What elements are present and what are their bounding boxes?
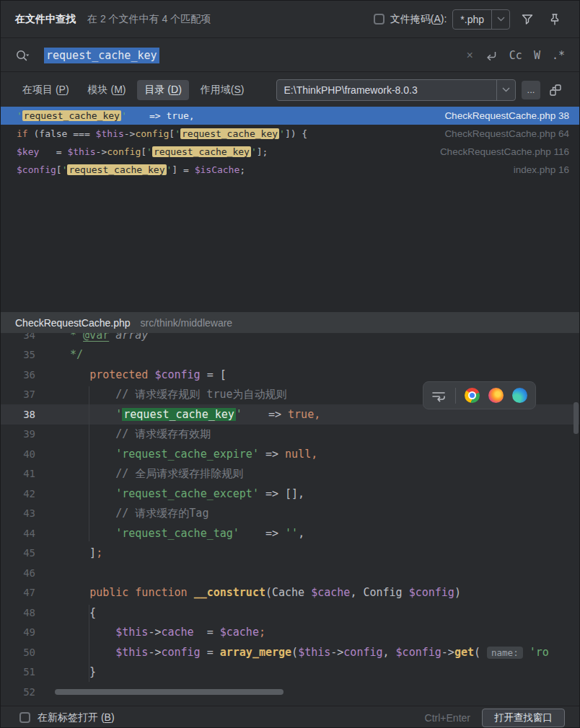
project-structure-icon[interactable] [546,81,565,99]
code-line[interactable]: 34 * @var array [1,333,579,345]
code-segment: => true, [127,110,195,121]
code-segment: ' [146,146,152,157]
words-toggle[interactable]: W [534,49,540,62]
newline-icon[interactable] [485,50,498,61]
file-mask-checkbox[interactable] [374,14,385,25]
code-segment: // 全局请求缓存排除规则 [115,467,243,480]
preview-file-name: CheckRequestCache.php [15,317,131,329]
tab-scope[interactable]: 作用域(S) [193,80,252,100]
filter-icon[interactable] [517,9,537,30]
file-mask-combo[interactable]: *.php [452,9,510,30]
code-line[interactable]: 48 { [1,603,579,623]
chrome-icon[interactable] [465,388,480,403]
code-segment: -> [96,146,107,157]
code-segment [63,368,89,381]
code-segment: [ [141,146,146,157]
line-text: // 全局请求缓存排除规则 [35,467,579,481]
result-row[interactable]: $config['request_cache_key'] = $isCache;… [1,161,579,179]
match-highlight: request_cache_key [122,408,236,421]
code-segment: [ [169,128,175,139]
code-line[interactable]: 43 // 请求缓存的Tag [1,504,579,524]
code-segment [63,626,115,639]
regex-toggle[interactable]: .* [552,49,565,62]
result-file-ref: CheckRequestCache.php 38 [444,110,569,121]
code-segment: => [259,448,285,461]
code-line[interactable]: 51 } [1,662,579,683]
directory-combo[interactable]: E:\ThinkPHP\framework-8.0.3 [276,79,516,101]
result-code: if (false === $this->config['request_cac… [17,128,436,139]
code-segment: => [240,527,285,540]
line-number: 51 [1,666,35,678]
code-segment: array [115,333,148,342]
code-segment: , Config [350,586,408,599]
code-line[interactable]: 46 [1,563,579,583]
code-segment: ]) { [285,128,307,139]
result-row[interactable]: if (false === $this->config['request_cac… [1,125,579,143]
line-number: 37 [1,389,35,400]
line-number: 47 [1,587,35,598]
open-in-new-tab-checkbox[interactable] [19,712,30,723]
code-segment: { [63,606,96,619]
code-segment: name: [487,647,523,659]
code-line[interactable]: 44 'request_cache_tag' => '', [1,523,579,543]
firefox-icon[interactable] [488,388,504,403]
results-list: 'request_cache_key' => true,CheckRequest… [1,107,579,312]
edge-icon[interactable] [512,388,527,403]
code-segment [63,427,115,440]
tab-directory[interactable]: 目录 (D) [137,80,188,100]
result-code: $key = $this->config['request_cache_key'… [17,146,431,157]
line-text: 'request_cache_key' => true, [35,408,579,421]
toolbar-separator [455,388,456,404]
directory-path: E:\ThinkPHP\framework-8.0.3 [277,84,496,96]
code-segment: $config [17,164,56,175]
search-input[interactable]: request_cache_key [44,48,159,63]
line-text: // 请求缓存有效期 [35,427,579,441]
code-segment: = [194,626,220,639]
result-row[interactable]: $key = $this->config['request_cache_key'… [1,143,579,161]
code-segment: array_merge [220,646,291,659]
line-text: 'request_cache_tag' => '', [35,527,579,540]
code-segment: ; [259,626,265,639]
code-editor[interactable]: 34 * @var array35 */36 protected $config… [1,333,579,706]
vertical-scrollbar[interactable] [574,402,579,434]
chevron-down-icon[interactable] [492,17,509,22]
soft-wrap-icon[interactable] [431,389,447,403]
match-highlight: request_cache_key [67,164,166,175]
code-segment: config [343,646,382,659]
tab-in-project[interactable]: 在项目 (P) [15,80,76,100]
clear-search-icon[interactable]: × [467,49,473,62]
tab-module[interactable]: 模块 (M) [81,80,133,100]
code-line[interactable]: 41 // 全局请求缓存排除规则 [1,464,579,484]
result-row[interactable]: 'request_cache_key' => true,CheckRequest… [1,107,579,125]
code-segment: 'request_cache_tag' [115,527,240,540]
code-segment: ' [115,408,122,421]
code-line[interactable]: 50 $this->config = array_merge($this->co… [1,642,579,662]
code-segment: = [ [201,368,227,381]
search-icon[interactable] [15,49,31,62]
code-line[interactable]: 45 ]; [1,543,579,564]
status-bar: 在新标签打开 (B) Ctrl+Enter 打开查找窗口 [1,706,579,728]
code-segment: ' [236,408,242,421]
code-line[interactable]: 39 // 请求缓存有效期 [1,425,579,445]
code-segment: $this [298,646,330,659]
code-segment: } [63,665,96,678]
line-text: 'request_cache_except' => [], [35,487,579,500]
horizontal-scrollbar[interactable] [55,689,284,695]
code-segment: get [454,646,474,659]
code-segment: * [63,333,83,342]
code-segment: ; [96,546,102,559]
dialog-title: 在文件中查找 [15,13,76,26]
code-line[interactable]: 42 'request_cache_except' => [], [1,484,579,504]
code-line[interactable]: 35 */ [1,345,579,365]
pin-icon[interactable] [545,9,565,30]
code-segment: $config [154,368,200,381]
chevron-down-icon[interactable] [496,80,515,100]
open-find-window-button[interactable]: 打开查找窗口 [482,709,565,727]
code-line[interactable]: 47 public function __construct(Cache $ca… [1,583,579,603]
match-highlight: request_cache_key [180,128,279,139]
code-line[interactable]: 49 $this->cache = $cache; [1,623,579,643]
browse-directory-button[interactable]: ... [522,81,540,99]
code-segment: config [161,646,200,659]
code-line[interactable]: 40 'request_cache_expire' => null, [1,444,579,464]
match-case-toggle[interactable]: Cc [509,49,522,62]
